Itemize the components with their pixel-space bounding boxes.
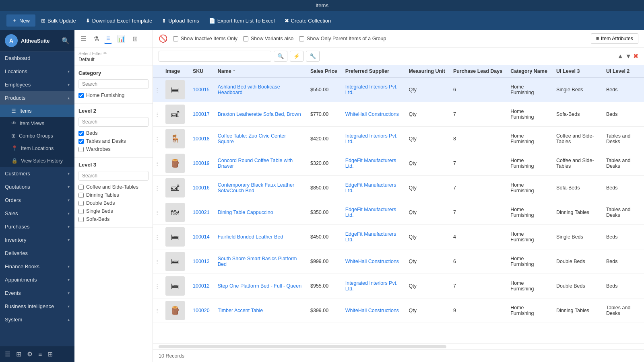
sidebar-item-inventory[interactable]: Inventory ▾ (0, 233, 74, 247)
sidebar-item-employees[interactable]: Employees ▾ (0, 78, 74, 91)
sidebar-item-dashboard[interactable]: Dashboard (0, 51, 74, 65)
row-category: Home Furnishing (506, 127, 552, 151)
sidebar-item-business-intelligence[interactable]: Business Intelligence ▾ (0, 300, 74, 313)
level2-option-wardrobes[interactable]: Wardrobes (78, 145, 149, 153)
row-sku: 100018 (189, 127, 214, 151)
sidebar-item-purchases[interactable]: Purchases ▾ (0, 220, 74, 233)
sidebar-item-finance-books[interactable]: Finance Books ▾ (0, 260, 74, 273)
item-name-link[interactable]: South Shore Smart Basics Platform Bed (218, 256, 297, 267)
edit-icon[interactable]: ✏ (103, 51, 107, 56)
detail-view-button[interactable]: ≡ (104, 33, 112, 44)
bottom-nav-apps-icon[interactable]: ⊞ (46, 349, 54, 360)
chart-view-button[interactable]: 📊 (115, 34, 127, 44)
row-dots[interactable]: ⋮ (153, 200, 161, 225)
row-dots[interactable]: ⋮ (153, 298, 161, 323)
level3-search-input[interactable] (78, 171, 149, 181)
sidebar-item-products[interactable]: Products ▴ (0, 91, 74, 105)
sidebar-item-orders[interactable]: Orders ▾ (0, 193, 74, 207)
item-name-link[interactable]: Ashland Bed with Bookcase Headboard (218, 84, 280, 95)
search-icon[interactable]: 🔍 (62, 37, 70, 45)
category-option-home-furnishing[interactable]: Home Furnishing (78, 91, 149, 99)
filter-icon-button[interactable]: ⚗ (91, 34, 101, 44)
advanced-search-button[interactable]: 🔧 (306, 51, 320, 62)
bulk-update-button[interactable]: ⊞ Bulk Update (37, 15, 80, 26)
item-image-8: 🛏 (165, 276, 185, 296)
row-dots[interactable]: ⋮ (153, 102, 161, 127)
item-name-link[interactable]: Fairfield Bonded Leather Bed (218, 234, 283, 240)
sidebar-item-system[interactable]: System ▴ (0, 313, 74, 326)
bottom-nav: ☰ ⊞ ⚙ ≡ ⊞ (0, 346, 74, 362)
sidebar-item-customers[interactable]: Customers ▾ (0, 167, 74, 180)
sidebar-sub-item-items[interactable]: ☰ Items (0, 105, 74, 117)
row-image: 🛏 (161, 274, 189, 298)
bottom-nav-grid-icon[interactable]: ⊞ (14, 349, 23, 360)
level3-option-single-beds[interactable]: Single Beds (78, 207, 149, 215)
horizontal-scrollbar[interactable] (153, 343, 644, 350)
row-dots[interactable]: ⋮ (153, 127, 161, 151)
bottom-nav-list-icon[interactable]: ☰ (3, 349, 12, 360)
sidebar-item-events[interactable]: Events ▾ (0, 286, 74, 300)
row-sales-price: $450.00 (306, 225, 341, 249)
level3-option-coffee-side-tables[interactable]: Coffee and Side-Tables (78, 183, 149, 191)
item-name-link[interactable]: Concord Round Coffee Table with Drawer (218, 158, 293, 169)
sidebar-item-deliveries[interactable]: Deliveries (0, 247, 74, 260)
export-list-button[interactable]: 📄 Export Item List To Excel (205, 15, 279, 26)
row-dots[interactable]: ⋮ (153, 249, 161, 274)
level2-option-beds[interactable]: Beds (78, 129, 149, 137)
sidebar-sub-item-combo-groups[interactable]: ⊞ Combo Groups (0, 130, 74, 142)
new-button[interactable]: ＋ New (6, 14, 35, 27)
item-name-link[interactable]: Contemporary Black Faux Leather Sofa/Cou… (218, 182, 294, 193)
row-supplier: Integrated Interiors Pvt. Ltd. (341, 127, 405, 151)
level2-option-tables-desks[interactable]: Tables and Desks (78, 137, 149, 145)
row-dots[interactable]: ⋮ (153, 225, 161, 249)
toolbar: ＋ New ⊞ Bulk Update ⬇ Download Excel Tem… (0, 11, 644, 30)
row-dots[interactable]: ⋮ (153, 78, 161, 102)
level3-option-sofa-beds[interactable]: Sofa-Beds (78, 215, 149, 223)
bottom-nav-menu-icon[interactable]: ≡ (37, 349, 43, 360)
sidebar-item-quotations[interactable]: Quotations ▾ (0, 180, 74, 193)
download-icon: ⬇ (86, 18, 90, 24)
sidebar-logo: A AltheaSuite 🔍 (0, 30, 74, 51)
filter-panel: ☰ ⚗ ≡ 📊 ⊞ Select Filter ✏ Default Catego… (74, 30, 153, 362)
download-excel-button[interactable]: ⬇ Download Excel Template (82, 15, 156, 26)
sidebar-sub-item-item-locations[interactable]: 📍 Item Locations (0, 142, 74, 154)
show-variants-checkbox[interactable] (243, 36, 248, 41)
row-sales-price: $399.00 (306, 298, 341, 323)
close-icon-button[interactable]: ✖ (633, 52, 638, 60)
settings-up-button[interactable]: ▲ (617, 52, 623, 60)
settings-down-button[interactable]: ▼ (625, 52, 632, 60)
level2-search-input[interactable] (78, 117, 149, 127)
grid-view-button[interactable]: ⊞ (130, 34, 140, 44)
item-attributes-button[interactable]: ≡ Item Attributes (591, 33, 638, 44)
sidebar-sub-item-view-sales-history[interactable]: 🔒 View Sales History (0, 154, 74, 167)
search-button[interactable]: 🔍 (274, 51, 287, 62)
list-view-button[interactable]: ☰ (78, 34, 88, 44)
item-name-link[interactable]: Dining Table Cappuccino (218, 210, 273, 215)
row-category: Home Furnishing (506, 249, 552, 274)
sidebar-item-sales[interactable]: Sales ▾ (0, 207, 74, 220)
item-name-link[interactable]: Timber Accent Table (218, 308, 263, 313)
level3-option-double-beds[interactable]: Double Beds (78, 199, 149, 207)
th-name[interactable]: Name ↑ (214, 65, 306, 78)
show-inactive-checkbox[interactable] (173, 36, 178, 41)
lock-icon: 🔒 (11, 158, 18, 164)
level3-option-dinning-tables[interactable]: Dinning Tables (78, 191, 149, 199)
row-dots[interactable]: ⋮ (153, 176, 161, 200)
category-title: Category (78, 70, 149, 76)
item-name-link[interactable]: Braxton Leatherette Sofa Bed, Brown (218, 111, 301, 117)
row-dots[interactable]: ⋮ (153, 151, 161, 176)
show-parent-checkbox[interactable] (299, 36, 304, 41)
item-name-link[interactable]: Coffee Table: Zuo Civic Center Square (218, 133, 286, 144)
sidebar-item-locations[interactable]: Locations ▾ (0, 65, 74, 78)
create-collection-button[interactable]: ✖ Create Collection (281, 15, 335, 26)
item-name-link[interactable]: Step One Platform Bed - Full - Queen (218, 283, 301, 289)
upload-items-button[interactable]: ⬆ Upload Items (158, 15, 203, 26)
row-level3: Single Beds (552, 78, 602, 102)
row-dots[interactable]: ⋮ (153, 274, 161, 298)
category-search-input[interactable] (78, 79, 149, 89)
bottom-nav-settings-icon[interactable]: ⚙ (25, 349, 34, 360)
sidebar-sub-item-item-views[interactable]: 👁 Item Views (0, 117, 74, 130)
search-input[interactable] (159, 51, 271, 62)
lightning-search-button[interactable]: ⚡ (290, 51, 303, 62)
sidebar-item-appointments[interactable]: Appointments ▾ (0, 273, 74, 286)
